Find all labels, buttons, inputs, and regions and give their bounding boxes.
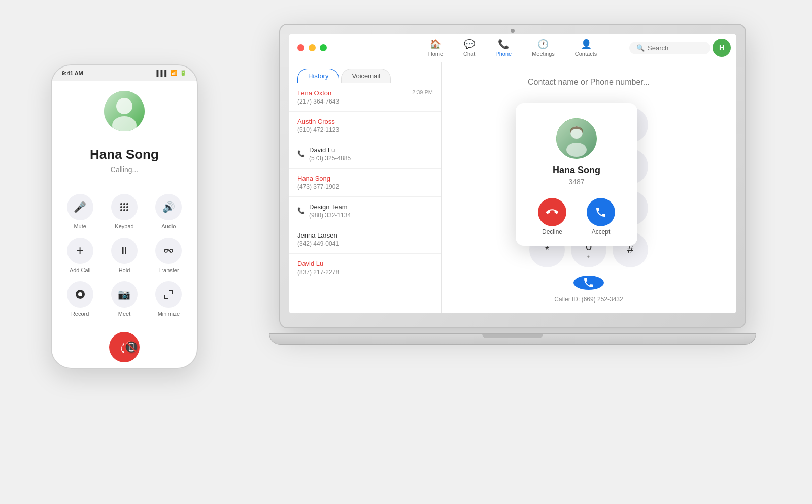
meet-label: Meet bbox=[118, 311, 130, 317]
call-number-design-team: (980) 332-1134 bbox=[309, 212, 351, 219]
svg-point-1 bbox=[116, 98, 132, 114]
meet-button[interactable]: 📷 bbox=[111, 281, 138, 308]
phone-time: 9:41 AM bbox=[62, 70, 83, 76]
signal-icon: ▌▌▌ bbox=[157, 70, 168, 76]
svg-point-4 bbox=[123, 203, 125, 205]
svg-point-5 bbox=[126, 203, 128, 205]
call-name-jenna: Jenna Larsen bbox=[297, 231, 433, 239]
call-name-david-2: David Lu bbox=[297, 260, 433, 267]
incoming-caller-ext: 3487 bbox=[568, 178, 584, 186]
search-bar: 🔍 bbox=[629, 42, 710, 54]
incoming-caller-name: Hana Song bbox=[553, 165, 600, 176]
call-item-david-lu-1[interactable]: 📞 David Lu (573) 325-4885 bbox=[289, 140, 441, 169]
app-titlebar: 🏠 Home 💬 Chat 📞 Phone bbox=[289, 34, 736, 62]
close-button[interactable] bbox=[297, 44, 304, 51]
nav-phone[interactable]: 📞 Phone bbox=[485, 36, 522, 60]
decline-button[interactable] bbox=[538, 198, 566, 226]
phone-action-minimize: Minimize bbox=[151, 281, 187, 317]
call-name-austin: Austin Cross bbox=[297, 118, 433, 125]
record-label: Record bbox=[71, 311, 89, 317]
accept-button[interactable] bbox=[587, 198, 615, 226]
call-item-david-lu-2[interactable]: David Lu (837) 217-2278 bbox=[289, 254, 441, 282]
call-number-jenna: (342) 449-0041 bbox=[297, 240, 433, 247]
decline-group: Decline bbox=[538, 198, 566, 236]
call-actions: Decline Accept bbox=[538, 198, 615, 236]
chat-icon: 💬 bbox=[464, 39, 475, 50]
nav-contacts-label: Contacts bbox=[575, 51, 597, 57]
phone-actions-grid: 🎤 Mute bbox=[62, 194, 187, 317]
meetings-icon: 🕐 bbox=[537, 39, 549, 50]
user-avatar[interactable]: H bbox=[713, 39, 731, 57]
dial-call-button[interactable] bbox=[573, 276, 604, 290]
decline-label: Decline bbox=[542, 228, 562, 236]
call-name-hana: Hana Song bbox=[297, 175, 433, 182]
call-number-hana: (473) 377-1902 bbox=[297, 183, 433, 190]
call-item-austin[interactable]: Austin Cross (510) 472-1123 bbox=[289, 112, 441, 140]
phone-screen: Hana Song Calling... 🎤 Mute bbox=[52, 81, 197, 368]
add-call-label: Add Call bbox=[70, 267, 91, 273]
caller-avatar bbox=[556, 118, 597, 159]
nav-phone-label: Phone bbox=[495, 51, 512, 57]
call-item-design-team[interactable]: 📞 Design Team (980) 332-1134 bbox=[289, 197, 441, 225]
minimize-window-button[interactable] bbox=[309, 44, 316, 51]
battery-icon: 🔋 bbox=[180, 70, 187, 76]
call-item-jenna[interactable]: Jenna Larsen (342) 449-0041 bbox=[289, 225, 441, 254]
svg-point-11 bbox=[126, 209, 128, 211]
accept-group: Accept bbox=[587, 198, 615, 236]
call-name-design-team: Design Team bbox=[309, 203, 351, 211]
laptop-screen: 🏠 Home 💬 Chat 📞 Phone bbox=[289, 34, 736, 313]
incoming-call-popup: Hana Song 3487 bbox=[516, 103, 637, 246]
svg-point-8 bbox=[126, 206, 128, 208]
svg-point-7 bbox=[123, 206, 125, 208]
keypad-button[interactable] bbox=[111, 194, 138, 220]
mute-button[interactable]: 🎤 bbox=[67, 194, 93, 220]
nav-home-label: Home bbox=[428, 51, 443, 57]
call-name-lena: Lena Oxton bbox=[297, 89, 339, 97]
svg-point-6 bbox=[120, 206, 122, 208]
call-time-lena: 2:39 PM bbox=[412, 89, 433, 95]
transfer-button[interactable] bbox=[155, 238, 182, 264]
phone-action-keypad: Keypad bbox=[106, 194, 142, 229]
phone-action-mute: 🎤 Mute bbox=[62, 194, 98, 229]
add-call-button[interactable]: + bbox=[67, 238, 93, 264]
incoming-call-icon-2: 📞 bbox=[297, 207, 305, 214]
search-input[interactable] bbox=[648, 44, 703, 52]
history-tabs: History Voicemail bbox=[289, 62, 441, 83]
end-call-button[interactable]: 📵 bbox=[109, 332, 140, 362]
call-item-hana[interactable]: Hana Song (473) 377-1902 bbox=[289, 169, 441, 197]
nav-contacts[interactable]: 👤 Contacts bbox=[565, 36, 607, 60]
caller-id: Caller ID: (669) 252-3432 bbox=[554, 296, 623, 303]
dial-input[interactable] bbox=[452, 73, 726, 92]
nav-home[interactable]: 🏠 Home bbox=[418, 36, 453, 60]
tab-history[interactable]: History bbox=[297, 69, 339, 83]
phone-caller-avatar bbox=[104, 91, 145, 131]
laptop-camera bbox=[511, 29, 515, 33]
nav-chat-label: Chat bbox=[463, 51, 475, 57]
phone-action-hold: ⏸ Hold bbox=[106, 238, 142, 273]
phone-action-addcall: + Add Call bbox=[62, 238, 98, 273]
accept-label: Accept bbox=[592, 228, 611, 236]
mute-label: Mute bbox=[74, 223, 86, 229]
record-button[interactable] bbox=[67, 281, 93, 308]
hold-label: Hold bbox=[119, 267, 130, 273]
audio-button[interactable]: 🔊 bbox=[155, 194, 182, 220]
phone-caller-name: Hana Song bbox=[90, 147, 159, 162]
call-number-austin: (510) 472-1123 bbox=[297, 126, 433, 133]
svg-point-10 bbox=[123, 209, 125, 211]
call-item-lena[interactable]: Lena Oxton (217) 364-7643 2:39 PM bbox=[289, 83, 441, 112]
laptop-lid: 🏠 Home 💬 Chat 📞 Phone bbox=[279, 24, 746, 328]
search-icon: 🔍 bbox=[636, 44, 645, 52]
phone-device: 9:41 AM ▌▌▌ 📶 🔋 bbox=[51, 64, 198, 369]
tab-voicemail[interactable]: Voicemail bbox=[341, 69, 391, 83]
minimize-button[interactable] bbox=[155, 281, 182, 308]
hold-button[interactable]: ⏸ bbox=[111, 238, 138, 264]
transfer-label: Transfer bbox=[158, 267, 179, 273]
maximize-button[interactable] bbox=[320, 44, 327, 51]
dialpad-panel: 1 2 ABC 3 DEF bbox=[442, 62, 736, 313]
nav-chat[interactable]: 💬 Chat bbox=[453, 36, 485, 60]
call-name-david-1: David Lu bbox=[309, 146, 351, 154]
app-chrome: 🏠 Home 💬 Chat 📞 Phone bbox=[289, 34, 736, 313]
nav-meetings[interactable]: 🕐 Meetings bbox=[522, 36, 565, 60]
call-list: Lena Oxton (217) 364-7643 2:39 PM Austin… bbox=[289, 83, 441, 313]
traffic-lights bbox=[297, 44, 327, 51]
